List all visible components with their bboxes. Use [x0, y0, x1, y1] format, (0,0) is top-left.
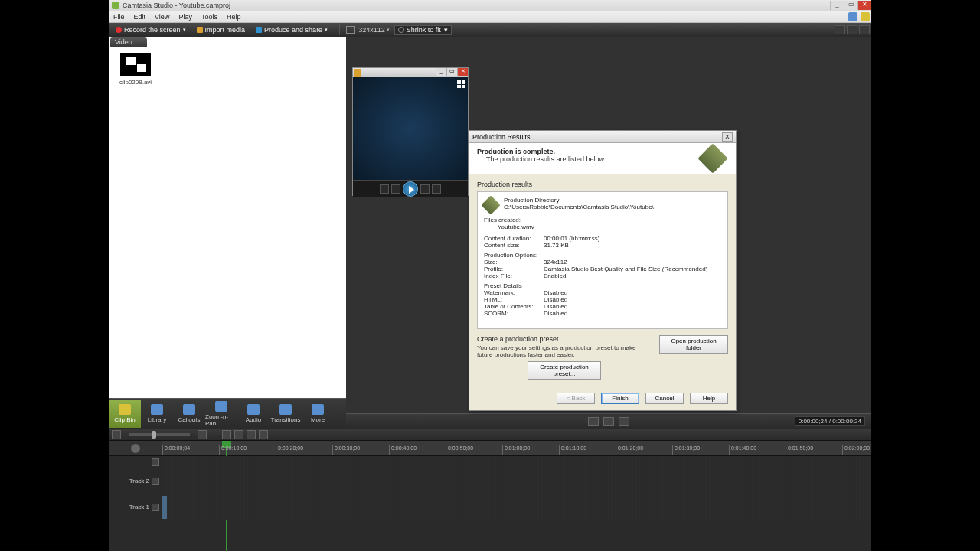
ruler-tick: 0:00:20;00	[276, 445, 303, 455]
track-2[interactable]: Track 2	[109, 468, 871, 494]
timeline-settings-button[interactable]	[109, 441, 162, 455]
timeline-clip[interactable]	[162, 496, 167, 519]
help-button[interactable]: Help	[690, 393, 728, 404]
main-toolbar: Record the screen ▾ Import media Produce…	[109, 23, 871, 37]
window-titlebar: Camtasia Studio - Youtube.camproj _ ▭ ✕	[109, 0, 871, 11]
clip-bin-panel: Video clip0208.avi Clip Bin Library Call…	[109, 37, 346, 429]
zoom-out-icon[interactable]	[112, 430, 121, 439]
menu-file[interactable]: File	[109, 13, 129, 21]
track-lock-icon[interactable]	[152, 478, 159, 485]
zoom-in-icon[interactable]	[198, 430, 207, 439]
ruler-tick: 0:02:00;00	[842, 445, 870, 455]
tab-library[interactable]: Library	[141, 400, 173, 428]
cut-button[interactable]	[222, 430, 231, 439]
minimize-button[interactable]: _	[830, 1, 844, 10]
record-screen-button[interactable]: Record the screen ▾	[111, 25, 191, 34]
tab-zoom-pan[interactable]: Zoom-n-Pan	[205, 400, 237, 428]
ruler-tick: 0:00:10;00	[219, 445, 247, 455]
clip-thumbnail	[120, 53, 151, 76]
ruler-tick: 0:01:30;00	[672, 445, 700, 455]
mp-close-button[interactable]: ✕	[457, 68, 468, 76]
record-icon	[116, 27, 122, 33]
close-button[interactable]: ✕	[858, 1, 871, 10]
production-icon	[697, 143, 728, 174]
timeline-ruler[interactable]: 0:00:00;040:00:10;000:00:20;000:00:30;00…	[109, 441, 871, 456]
media-player-controls	[353, 180, 468, 197]
ruler-ticks: 0:00:00;040:00:10;000:00:20;000:00:30;00…	[162, 441, 871, 455]
copy-button[interactable]	[234, 430, 243, 439]
share-icon	[256, 27, 262, 33]
folder-icon	[197, 27, 203, 33]
ruler-tick: 0:01:20;00	[616, 445, 643, 455]
zoom-slider[interactable]	[129, 433, 190, 436]
view-button-1[interactable]	[835, 25, 845, 34]
tab-callouts[interactable]: Callouts	[173, 400, 205, 428]
results-textbox[interactable]: Production Directory: C:\Users\Robbie\Do…	[477, 191, 728, 329]
clip-tab-video[interactable]: Video	[110, 37, 147, 47]
import-media-button[interactable]: Import media	[192, 25, 250, 34]
menu-view[interactable]: View	[150, 13, 174, 21]
help-icon[interactable]	[861, 12, 870, 21]
gear-icon	[131, 444, 140, 453]
cancel-button[interactable]: Cancel	[645, 393, 684, 404]
ruler-tick: 0:00:40;00	[389, 445, 416, 455]
dialog-close-button[interactable]: X	[722, 132, 733, 142]
dimensions-dropdown[interactable]: 324x112	[358, 26, 385, 34]
results-label: Production results	[477, 181, 728, 188]
track-lock-icon[interactable]	[152, 504, 159, 511]
sync-icon[interactable]	[848, 12, 858, 21]
clip-filename: clip0208.avi	[115, 79, 156, 86]
play-button[interactable]	[603, 417, 614, 426]
clip-bin-body: clip0208.avi	[109, 47, 346, 398]
tab-more[interactable]: More	[302, 400, 334, 428]
maximize-button[interactable]: ▭	[844, 1, 858, 10]
mp-next-button[interactable]	[420, 184, 430, 194]
track-spacer	[109, 456, 871, 468]
mp-volume-button[interactable]	[432, 184, 441, 194]
ruler-tick: 0:01:40;00	[729, 445, 756, 455]
menu-bar: File Edit View Play Tools Help	[109, 11, 871, 23]
track-1[interactable]: Track 1	[109, 494, 871, 520]
media-player-window[interactable]: _ ▭ ✕	[352, 67, 469, 196]
ruler-tick: 0:01:00;00	[502, 445, 530, 455]
fullscreen-icon[interactable]	[457, 80, 465, 88]
clip-item[interactable]: clip0208.avi	[115, 53, 156, 86]
dialog-heading: Production is complete.	[477, 148, 702, 155]
split-button[interactable]	[259, 430, 268, 439]
menu-edit[interactable]: Edit	[129, 13, 151, 21]
tab-transitions[interactable]: Transitions	[270, 400, 302, 428]
create-preset-button[interactable]: Create production preset...	[528, 361, 601, 380]
timeline-panel: 0:00:00;040:00:10;000:00:20;000:00:30;00…	[109, 429, 871, 551]
menu-tools[interactable]: Tools	[197, 13, 222, 21]
menu-play[interactable]: Play	[174, 13, 197, 21]
mp-maximize-button[interactable]: ▭	[446, 68, 457, 76]
next-frame-button[interactable]	[619, 417, 629, 426]
magnifier-icon	[398, 27, 404, 33]
view-button-3[interactable]	[859, 25, 870, 34]
media-player-titlebar: _ ▭ ✕	[353, 68, 468, 77]
open-folder-button[interactable]: Open production folder	[659, 335, 728, 354]
track-toggle-icon[interactable]	[152, 458, 159, 466]
dialog-footer: < Back Finish Cancel Help	[469, 386, 736, 410]
mp-play-button[interactable]	[403, 181, 418, 197]
mp-stop-button[interactable]	[380, 184, 389, 194]
paste-button[interactable]	[247, 430, 256, 439]
media-player-video	[353, 77, 468, 180]
ruler-tick: 0:00:00;04	[162, 445, 190, 455]
zoom-dropdown[interactable]: Shrink to fit ▾	[394, 25, 452, 35]
prev-frame-button[interactable]	[588, 417, 599, 426]
mp-minimize-button[interactable]: _	[436, 68, 446, 76]
dimension-icon[interactable]	[346, 26, 355, 34]
menu-help[interactable]: Help	[222, 13, 246, 21]
finish-button[interactable]: Finish	[601, 393, 639, 404]
tool-tab-strip: Clip Bin Library Callouts Zoom-n-Pan Aud…	[109, 398, 346, 429]
media-player-icon	[354, 69, 361, 77]
tab-audio[interactable]: Audio	[237, 400, 270, 428]
window-title: Camtasia Studio - Youtube.camproj	[122, 2, 230, 9]
view-button-2[interactable]	[847, 25, 858, 34]
produce-share-button[interactable]: Produce and share ▾	[251, 25, 332, 34]
mp-prev-button[interactable]	[391, 184, 400, 194]
tab-clip-bin[interactable]: Clip Bin	[109, 400, 141, 428]
ruler-tick: 0:00:50;00	[446, 445, 473, 455]
dialog-body: Production results Production Directory:…	[469, 174, 736, 386]
